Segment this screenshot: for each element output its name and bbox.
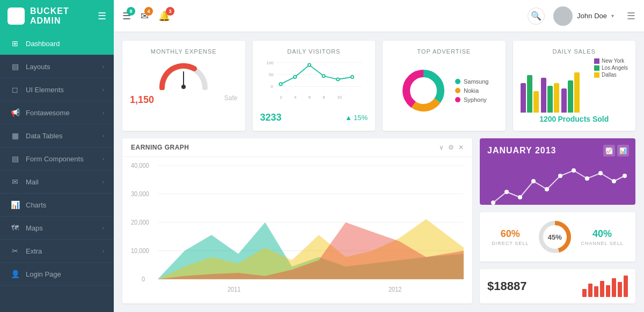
sidebar-label-dashboard: Dashboard [26, 40, 104, 48]
january-chart-icons: 📈 📊 [603, 145, 629, 157]
sidebar-label-font: Fontawesome [26, 109, 103, 117]
arrow-icon: › [103, 248, 104, 254]
sidebar-header: BUCKET ADMIN ☰ [0, 0, 114, 32]
bar-group-1 [521, 75, 539, 113]
sidebar-item-mail[interactable]: ✉ Mail › [0, 170, 114, 194]
rev-bar-5 [606, 285, 610, 297]
arrow-icon: › [103, 110, 104, 116]
monthly-expense-title: MONTHLY EXPENSE [151, 48, 217, 55]
sidebar-label-charts: Charts [26, 201, 104, 209]
earning-controls: ∨ ⚙ ✕ [439, 144, 464, 151]
rev-bar-4 [600, 281, 604, 297]
font-icon: 📢 [10, 108, 20, 117]
legend-syphony: Syphony [455, 96, 488, 103]
donut-legend: Samsung Nokia Syphony [455, 78, 488, 103]
gauge-chart [157, 60, 210, 90]
top-advertise-title: TOP ADVERTISE [417, 48, 471, 55]
mail-button[interactable]: ✉ 4 [141, 10, 149, 22]
svg-point-19 [336, 78, 339, 80]
daily-visitors-chart: 100 50 0 2 4 6 8 10 [260, 58, 368, 112]
sidebar-label-tables: Data Tables [26, 132, 103, 140]
svg-text:4: 4 [294, 95, 296, 100]
svg-point-16 [294, 76, 296, 78]
dashboard-icon: ⊞ [10, 39, 20, 48]
topbar-menu-icon[interactable]: ☰ [627, 10, 635, 22]
monthly-expense-card: MONTHLY EXPENSE 1,150 Safe [122, 41, 245, 131]
svg-point-15 [279, 83, 282, 85]
bell-button[interactable]: 🔔 3 [158, 10, 170, 22]
bar-group-3 [561, 72, 580, 113]
sidebar-label-ui: UI Elements [26, 86, 103, 94]
bar-chart [521, 58, 587, 113]
daily-visitors-bottom: 3233 ▲ 15% [260, 112, 368, 123]
sidebar-toggle[interactable]: ☰ [98, 10, 106, 22]
sidebar-item-form-components[interactable]: ▤ Form Components › [0, 147, 114, 170]
legend-color-dallas [594, 72, 599, 78]
direct-sell-pct: 60% [501, 228, 520, 240]
close-icon[interactable]: ✕ [458, 144, 464, 151]
sidebar-item-extra[interactable]: ✂ Extra › [0, 240, 114, 263]
topbar-icons: ☰ 8 ✉ 4 🔔 3 [122, 10, 170, 22]
bar-chart-icon[interactable]: 📊 [617, 145, 629, 157]
maps-icon: 🗺 [10, 224, 20, 232]
sidebar-item-charts[interactable]: 📊 Charts [0, 194, 114, 217]
tables-icon: ▦ [10, 131, 20, 140]
bar-ny-1 [521, 83, 526, 113]
earning-graph-card: EARNING GRAPH ∨ ⚙ ✕ [122, 138, 472, 303]
legend-color-ny [594, 58, 599, 64]
search-button[interactable]: 🔍 [528, 8, 545, 25]
sell-center-pct: 45% [548, 233, 562, 241]
settings-icon[interactable]: ⚙ [448, 144, 454, 151]
line-chart-icon[interactable]: 📈 [603, 145, 615, 157]
earning-area-chart: 40,000 30,000 20,000 10,000 0 2011 20 [131, 159, 464, 298]
daily-visitors-value: 3233 [260, 112, 282, 123]
svg-text:100: 100 [266, 61, 274, 65]
sidebar-item-dashboard[interactable]: ⊞ Dashboard [0, 32, 114, 55]
bar-group-2 [541, 78, 559, 113]
daily-sales-card: DAILY SALES [513, 41, 636, 131]
charts-icon: 📊 [10, 200, 20, 209]
sidebar: BUCKET ADMIN ☰ ⊞ Dashboard ▤ Layouts › ◻… [0, 0, 114, 312]
bar-chart-legend: New York Los Angels Dallas [594, 58, 628, 113]
sidebar-item-layouts[interactable]: ▤ Layouts › [0, 55, 114, 78]
january-line-chart [487, 160, 628, 205]
rev-bar-6 [612, 278, 616, 297]
rev-bar-1 [582, 289, 587, 297]
sidebar-item-maps[interactable]: 🗺 Maps › [0, 217, 114, 240]
svg-point-3 [181, 85, 186, 89]
rev-bar-7 [618, 282, 622, 297]
daily-sales-title: DAILY SALES [553, 48, 596, 55]
rev-bar-8 [624, 276, 628, 297]
svg-point-20 [350, 76, 353, 78]
bar-ny-2 [541, 78, 546, 113]
arrow-up-icon: ▲ [345, 114, 352, 122]
products-label: Products Sold [558, 115, 609, 123]
user-menu[interactable]: John Doe ▾ [553, 6, 614, 26]
svg-point-45 [545, 187, 549, 191]
svg-point-1 [555, 19, 570, 26]
channel-sell-label: CHANNEL SELL [581, 241, 623, 246]
svg-text:6: 6 [308, 95, 311, 100]
svg-point-25 [411, 78, 436, 103]
earning-title: EARNING GRAPH [131, 144, 439, 151]
docs-button[interactable]: ☰ 8 [122, 10, 131, 22]
sidebar-item-ui-elements[interactable]: ◻ UI Elements › [0, 78, 114, 101]
arrow-icon: › [103, 133, 104, 139]
sidebar-item-data-tables[interactable]: ▦ Data Tables › [0, 124, 114, 147]
monthly-expense-safe: Safe [224, 94, 238, 106]
sidebar-item-login[interactable]: 👤 Login Page [0, 263, 114, 286]
mail-icon: ✉ [10, 177, 20, 186]
svg-text:10,000: 10,000 [131, 247, 149, 255]
sidebar-item-fontawesome[interactable]: 📢 Fontawesome › [0, 101, 114, 124]
bar-dallas-2 [554, 83, 559, 113]
legend-dallas: Dallas [594, 72, 628, 78]
svg-text:8: 8 [323, 95, 325, 100]
sidebar-nav: ⊞ Dashboard ▤ Layouts › ◻ UI Elements › … [0, 32, 114, 312]
avatar [553, 6, 573, 26]
collapse-icon[interactable]: ∨ [439, 144, 444, 151]
svg-text:2: 2 [280, 95, 282, 100]
top-advertise-card: TOP ADVERTISE [383, 41, 506, 131]
svg-text:2011: 2011 [228, 285, 241, 293]
direct-sell: 60% DIRECT SELL [492, 228, 529, 246]
monthly-expense-value: 1,150 [130, 94, 154, 106]
